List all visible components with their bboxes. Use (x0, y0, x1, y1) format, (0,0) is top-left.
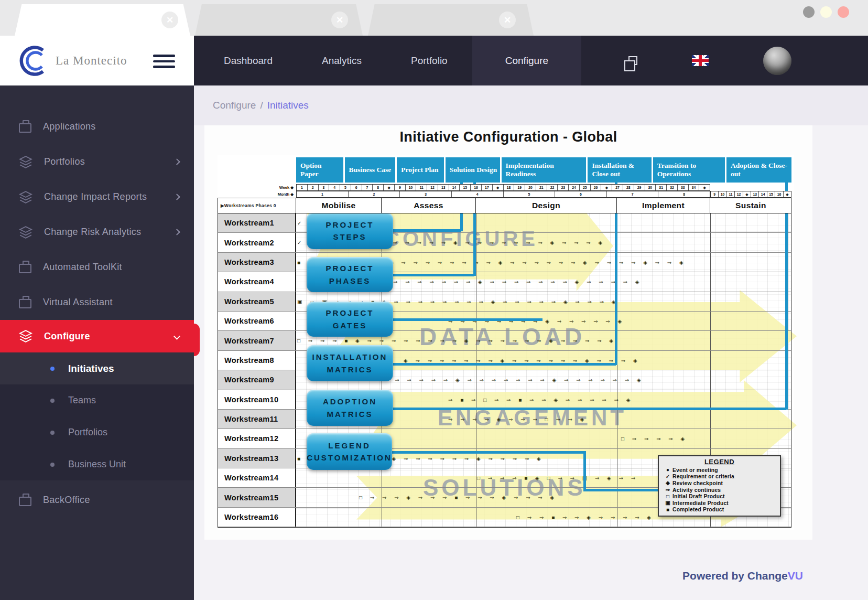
phase-header: Project Plan (397, 157, 444, 183)
window-control-icon[interactable] (803, 6, 815, 18)
month-cell: 8 (658, 191, 710, 197)
callout-adoption-matrics: ADOPTION MATRICS (307, 390, 393, 426)
month-cell: 14 (759, 191, 767, 197)
workstream-label: Workstream6 (218, 312, 296, 330)
workstream-row: Workstream3 ■ □ ⇒ ⇒ □ ⇒ ⇒ ■ ◈ ⇒ ⇒ ⇒ ⇒ ⇒ … (218, 253, 791, 272)
legend-item-icon: ⇒ (663, 487, 672, 493)
week-cell: 9 (395, 185, 406, 190)
workstream-label: Workstream15 (218, 488, 296, 507)
week-cell: 2 (308, 185, 319, 190)
breadcrumb-section[interactable]: Configure (213, 100, 256, 111)
windows-copy-icon[interactable] (628, 56, 637, 65)
week-cell: 14 (449, 185, 460, 190)
briefcase-icon (19, 497, 31, 506)
week-cell: 8 (373, 185, 384, 190)
week-cell: 32 (667, 185, 678, 190)
workstream-row: Workstream2 ✓ □ ✓ ⇒ ◈ ⇒ ⇒ ⇒ ⇒ ⇒ ⇒ ⇒ ⇒ ◈ … (218, 233, 791, 252)
legend-item-icon: ▣ (663, 500, 672, 506)
nav-item[interactable]: Configure (472, 36, 581, 85)
bullet-icon (50, 431, 55, 435)
legend-item-icon: ✓ (663, 474, 672, 480)
legend-item-label: Completed Product (672, 507, 724, 512)
tab-close-icon[interactable]: ✕ (499, 12, 516, 28)
workstream-row: Workstream6 ⇒ ⇒ ⇒ ⇒ ⇒ ⇒ ⇒ ⇒ ◈ ⇒ ⇒ ⇒ ⇒ ⇒ … (218, 312, 791, 331)
connector-line (785, 183, 788, 410)
workstream-label: Workstream7 (218, 331, 296, 350)
brand-logo-icon (18, 44, 51, 78)
workstream-label: Workstream2 (218, 233, 296, 252)
month-cell: 2 (349, 191, 400, 197)
legend-item: ✓ Requirement or criteria (663, 474, 776, 480)
connector-line (392, 451, 586, 454)
stage-label: Assess (382, 198, 476, 213)
workstream-label: Workstream10 (218, 390, 296, 409)
stage-label: Sustain (710, 198, 791, 213)
hamburger-menu-icon[interactable] (153, 55, 175, 68)
workstream-row: Workstream5 ▣ ⇒ ▣ ⇒ ⇒ ⇒ ■ ◈ ⇒ ⇒ ⇒ ⇒ ⇒ ⇒ … (218, 292, 791, 312)
legend-box: LEGEND ● Event or meeting ✓ Requirement … (658, 455, 781, 517)
chevron-right-icon (173, 158, 180, 165)
sidebar-item-portfolios[interactable]: Portfolios (0, 144, 194, 179)
sidebar-item-virtual-assistant[interactable]: Virtual Assistant (0, 285, 194, 320)
sidebar-item-backoffice[interactable]: BackOffice (0, 483, 194, 518)
week-cell: 17 (482, 185, 493, 190)
active-item-bump (194, 324, 200, 356)
week-cell: 34 (689, 185, 700, 190)
window-control-icon[interactable] (820, 6, 832, 18)
week-cell: 31 (656, 185, 667, 190)
sidebar-item-change-risk-analytics[interactable]: Change Risk Analytics (0, 215, 194, 250)
brand-name: La Montecito (56, 54, 127, 68)
sidebar-item-configure[interactable]: Configure (0, 320, 194, 352)
window-control-icon[interactable] (838, 6, 849, 18)
sidebar-item-applications[interactable]: Applications (0, 109, 194, 144)
legend-item-label: Review checkpoint (672, 480, 723, 486)
layers-icon (19, 226, 32, 239)
breadcrumb: Configure / Initiatives (194, 85, 868, 125)
layers-icon (19, 190, 32, 204)
week-cell: 25 (580, 185, 591, 190)
month-cell: 5 (504, 191, 556, 197)
month-cell: 3 (400, 191, 452, 197)
gantt-chart: CONFIGURE DATA LOAD ENGAGEMENT SOLUTIONS… (218, 155, 794, 530)
week-cell: ◈ (384, 185, 395, 190)
week-cell: 15 (460, 185, 471, 190)
submenu-item[interactable]: Initiatives (0, 352, 194, 384)
tab-close-icon[interactable]: ✕ (161, 12, 178, 28)
submenu-item[interactable]: Teams (0, 384, 194, 416)
connector-line (393, 363, 616, 366)
logo-panel: La Montecito (0, 36, 194, 85)
connector-line (393, 318, 542, 321)
tab-close-icon[interactable]: ✕ (331, 12, 348, 28)
sidebar-item-automated-toolkit[interactable]: Automated ToolKit (0, 250, 194, 285)
sidebar-item-change-impact-reports[interactable]: Change Impact Reports (0, 179, 194, 215)
legend-item: ⇒ Activity continues (663, 487, 776, 494)
submenu-item[interactable]: Business Unit (0, 448, 194, 480)
month-cell: 15 (767, 191, 775, 197)
week-cell: 4 (329, 185, 340, 190)
user-avatar[interactable] (763, 47, 791, 75)
month-cell: 4 (452, 191, 504, 197)
workstream-row: Workstream11 ⇒ ⇒ ⇒ ⇒ ◈ ⇒ ⇒ ⇒ □ ⇒ ⇒ ◈ (218, 410, 791, 429)
week-cell: 10 (406, 185, 417, 190)
breadcrumb-current[interactable]: Initiatives (267, 100, 309, 111)
nav-item[interactable]: Analytics (297, 36, 386, 85)
week-cell: 27 (612, 185, 623, 190)
uk-flag-icon[interactable] (692, 55, 709, 66)
nav-item[interactable]: Portfolio (386, 36, 472, 85)
week-cell: 13 (438, 185, 449, 190)
legend-item-icon: ● (663, 467, 672, 473)
week-cell: 30 (645, 185, 656, 190)
month-cell: ◈ (784, 191, 791, 197)
phase-header: Implementation Readiness (502, 157, 587, 183)
powered-by: Powered by ChangeVU (682, 570, 803, 582)
submenu-item[interactable]: Portfolios (0, 416, 194, 448)
week-cell: 5 (340, 185, 351, 190)
month-strip: Month ◆ 12345678 9101112◈13141516◈ (218, 191, 791, 198)
nav-item[interactable]: Dashboard (199, 36, 297, 85)
workstream-label: Workstream11 (218, 410, 296, 428)
browser-tab-strip: ✕ ✕ ✕ (0, 0, 868, 36)
week-cell: 29 (634, 185, 645, 190)
phase-header: Installation & Close out (588, 157, 651, 183)
legend-item: ◈ Review checkpoint (663, 480, 776, 487)
week-cell: ◈ (601, 185, 612, 190)
